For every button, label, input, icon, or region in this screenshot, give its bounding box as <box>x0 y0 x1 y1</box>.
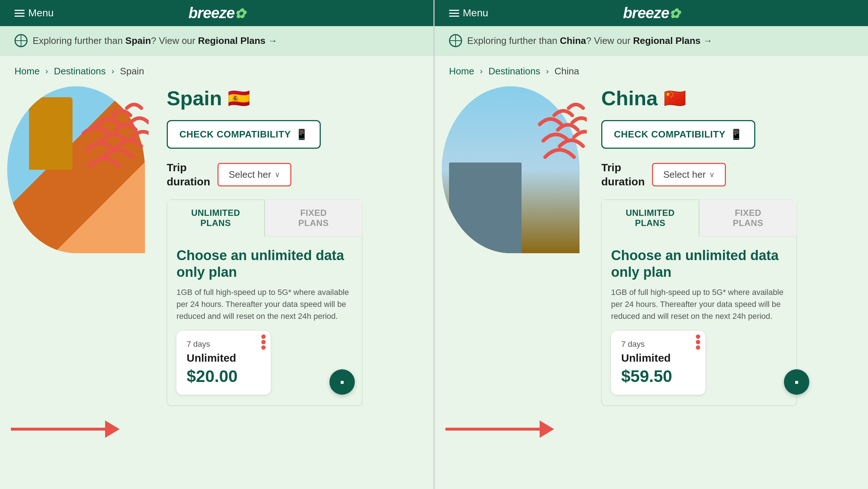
flag-china: 🇨🇳 <box>664 88 686 109</box>
china-panel: Menu breeze✿ Exploring further than Chin… <box>435 0 868 489</box>
info-section-spain: Spain 🇪🇸 CHECK COMPATIBILITY📱 Tripdurati… <box>159 86 433 482</box>
chat-button-spain[interactable]: ▪ <box>329 369 355 395</box>
menu-button-china[interactable]: Menu <box>449 7 488 19</box>
decorative-china <box>522 94 587 189</box>
breadcrumb-current-spain: Spain <box>120 66 144 77</box>
destination-title-china: China 🇨🇳 <box>601 86 857 110</box>
price-plan-china: Unlimited <box>621 352 695 364</box>
tab-fixed-china[interactable]: FIXEDPLANS <box>699 200 797 237</box>
navbar-china: Menu breeze✿ <box>435 0 868 26</box>
price-days-spain: 7 days <box>187 340 261 349</box>
spain-panel: Menu breeze✿ Exploring further than Spai… <box>0 0 435 489</box>
trip-select-spain[interactable]: Select her ∨ <box>217 163 291 186</box>
chat-icon-spain: ▪ <box>340 375 344 389</box>
navbar-spain: Menu breeze✿ <box>0 0 433 26</box>
arrow-spain <box>11 420 120 438</box>
price-card-china[interactable]: 7 days Unlimited $59.50 <box>611 331 705 395</box>
globe-icon-china <box>449 34 462 47</box>
breadcrumb-sep2-spain: › <box>112 67 114 76</box>
breadcrumb-destinations-china[interactable]: Destinations <box>489 66 540 77</box>
price-plan-spain: Unlimited <box>187 352 261 364</box>
globe-icon-spain <box>14 34 28 47</box>
flag-spain: 🇪🇸 <box>228 88 250 109</box>
phone-icon-china: 📱 <box>730 128 743 140</box>
plan-desc-china: 1GB of full high-speed up to 5G* where a… <box>611 286 787 322</box>
chevron-down-icon-china: ∨ <box>709 170 715 179</box>
breadcrumb-sep1-china: › <box>480 67 482 76</box>
trip-label-china: Tripduration <box>601 160 645 189</box>
breadcrumb-home-spain[interactable]: Home <box>14 66 40 77</box>
banner-text-spain: Exploring further than Spain? View our R… <box>33 35 278 46</box>
trip-select-china[interactable]: Select her ∨ <box>652 163 726 186</box>
phone-icon-spain: 📱 <box>295 128 308 140</box>
price-deco-spain <box>261 334 266 350</box>
info-section-china: China 🇨🇳 CHECK COMPATIBILITY📱 Tripdurati… <box>594 86 868 482</box>
banner-text-china: Exploring further than China? View our R… <box>467 35 713 46</box>
tab-unlimited-spain[interactable]: UNLIMITEDPLANS <box>167 200 265 237</box>
price-deco-china <box>696 334 700 350</box>
breadcrumb-destinations-spain[interactable]: Destinations <box>54 66 106 77</box>
tab-unlimited-china[interactable]: UNLIMITEDPLANS <box>601 200 699 237</box>
plan-title-china: Choose an unlimited data only plan <box>611 247 787 280</box>
plan-desc-spain: 1GB of full high-speed up to 5G* where a… <box>176 286 353 322</box>
price-days-china: 7 days <box>621 340 695 349</box>
destination-title-spain: Spain 🇪🇸 <box>167 86 423 110</box>
menu-label-spain: Menu <box>28 7 54 19</box>
arrow-china <box>445 420 554 438</box>
banner-country-spain: Spain <box>125 35 151 46</box>
check-compat-btn-spain[interactable]: CHECK COMPATIBILITY📱 <box>167 120 321 149</box>
hamburger-icon-china <box>449 10 459 17</box>
chevron-down-icon-spain: ∨ <box>275 170 280 179</box>
breadcrumb-sep1-spain: › <box>45 67 48 76</box>
breadcrumb-china: Home › Destinations › China <box>435 56 868 83</box>
chat-icon-china: ▪ <box>794 375 798 389</box>
main-content-china: China 🇨🇳 CHECK COMPATIBILITY📱 Tripdurati… <box>435 83 868 489</box>
trip-duration-row-china: Tripduration Select her ∨ <box>601 160 857 189</box>
regional-plans-link-china[interactable]: Regional Plans → <box>633 35 713 46</box>
banner-country-china: China <box>560 35 586 46</box>
price-amount-spain: $20.00 <box>187 366 261 386</box>
info-banner-spain: Exploring further than Spain? View our R… <box>0 26 433 56</box>
breadcrumb-current-china: China <box>555 66 579 77</box>
hamburger-icon-spain <box>14 10 25 17</box>
main-content-spain: Spain 🇪🇸 CHECK COMPATIBILITY📱 Tripdurati… <box>0 83 433 489</box>
logo-spain: breeze✿ <box>188 4 245 22</box>
tab-fixed-spain[interactable]: FIXEDPLANS <box>265 200 362 237</box>
price-amount-china: $59.50 <box>621 366 695 386</box>
plan-tabs-china: UNLIMITEDPLANS FIXEDPLANS <box>601 200 797 237</box>
plan-title-spain: Choose an unlimited data only plan <box>176 247 353 280</box>
menu-label-china: Menu <box>463 7 488 19</box>
chat-button-china[interactable]: ▪ <box>784 369 809 395</box>
trip-duration-row-spain: Tripduration Select her ∨ <box>167 160 423 189</box>
decorative-spain <box>76 94 149 197</box>
plan-tabs-spain: UNLIMITEDPLANS FIXEDPLANS <box>167 200 362 237</box>
plan-content-spain: Choose an unlimited data only plan 1GB o… <box>167 237 362 406</box>
info-banner-china: Exploring further than China? View our R… <box>435 26 868 56</box>
trip-label-spain: Tripduration <box>167 160 210 189</box>
breadcrumb-spain: Home › Destinations › Spain <box>0 56 433 83</box>
price-card-spain[interactable]: 7 days Unlimited $20.00 <box>176 331 271 395</box>
breadcrumb-sep2-china: › <box>546 67 549 76</box>
plan-content-china: Choose an unlimited data only plan 1GB o… <box>601 237 797 406</box>
check-compat-btn-china[interactable]: CHECK COMPATIBILITY📱 <box>601 120 755 149</box>
menu-button-spain[interactable]: Menu <box>14 7 54 19</box>
image-section-china <box>442 86 594 482</box>
regional-plans-link-spain[interactable]: Regional Plans → <box>198 35 278 46</box>
image-section-spain <box>7 86 159 482</box>
breadcrumb-home-china[interactable]: Home <box>449 66 474 77</box>
logo-china: breeze✿ <box>623 4 680 22</box>
